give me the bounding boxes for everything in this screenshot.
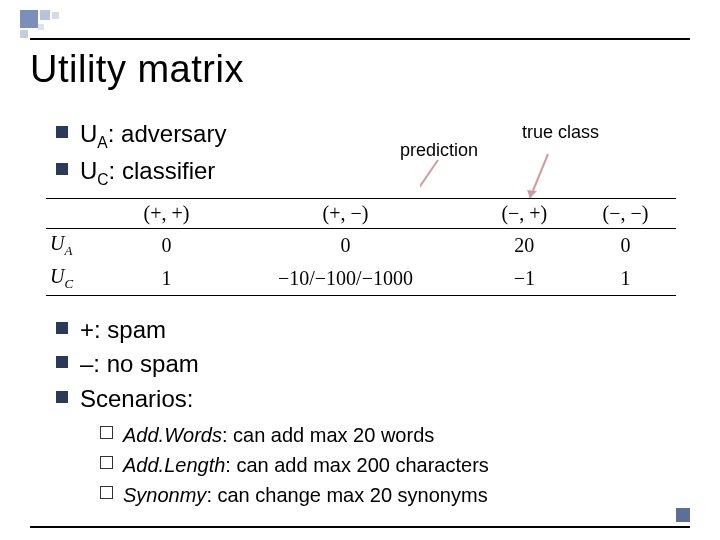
scenario-name: Synonmy <box>123 484 206 506</box>
scenario-name: Add.Length <box>123 454 225 476</box>
bullet-square-icon <box>56 391 68 403</box>
slide-corner-decoration <box>20 10 80 34</box>
uc-subscript: C <box>97 171 108 188</box>
hollow-square-icon <box>100 426 113 439</box>
ua-symbol: U <box>80 120 97 147</box>
uc-text: : classifier <box>109 157 216 184</box>
ua-text: : adversary <box>108 120 227 147</box>
list-item: UA: adversary <box>56 118 226 153</box>
table-row: UA 0 0 20 0 <box>46 229 676 263</box>
true-class-label: true class <box>522 122 599 143</box>
utility-table: (+, +) (+, −) (−, +) (−, −) UA 0 0 20 0 … <box>46 198 676 296</box>
hollow-square-icon <box>100 456 113 469</box>
col-header: (+, −) <box>217 199 474 229</box>
col-header: (−, +) <box>474 199 575 229</box>
list-item: Add.Length: can add max 200 characters <box>100 450 489 480</box>
annotation-arrows <box>420 150 600 205</box>
scenarios-list: Add.Words: can add max 20 words Add.Leng… <box>100 420 489 510</box>
list-item: UC: classifier <box>56 155 226 190</box>
definitions-list: UA: adversary UC: classifier <box>56 118 226 192</box>
scenario-name: Add.Words <box>123 424 222 446</box>
list-item: –: no spam <box>56 348 199 380</box>
svg-line-0 <box>420 160 438 198</box>
bullet-square-icon <box>56 126 68 138</box>
list-item: Scenarios: <box>56 383 199 415</box>
table-row: UC 1 −10/−100/−1000 −1 1 <box>46 262 676 296</box>
table-header-row: (+, +) (+, −) (−, +) (−, −) <box>46 199 676 229</box>
scenario-desc: : can add max 20 words <box>222 424 434 446</box>
hollow-square-icon <box>100 486 113 499</box>
list-item: Synonmy: can change max 20 synonyms <box>100 480 489 510</box>
scenario-desc: : can add max 200 characters <box>225 454 488 476</box>
uc-symbol: U <box>80 157 97 184</box>
scenario-desc: : can change max 20 synonyms <box>206 484 487 506</box>
bullet-square-icon <box>56 356 68 368</box>
top-rule <box>30 38 690 40</box>
svg-marker-3 <box>527 190 537 198</box>
col-header: (+, +) <box>116 199 217 229</box>
list-item: +: spam <box>56 314 199 346</box>
bullet-square-icon <box>56 163 68 175</box>
minus-legend: –: no spam <box>80 348 199 380</box>
bottom-rule <box>30 526 690 528</box>
legend-list: +: spam –: no spam Scenarios: <box>56 314 199 417</box>
corner-square-icon <box>676 508 690 522</box>
bullet-square-icon <box>56 322 68 334</box>
list-item: Add.Words: can add max 20 words <box>100 420 489 450</box>
plus-legend: +: spam <box>80 314 166 346</box>
scenarios-label: Scenarios: <box>80 383 193 415</box>
col-header: (−, −) <box>575 199 676 229</box>
slide-title: Utility matrix <box>30 48 244 91</box>
ua-subscript: A <box>97 134 107 151</box>
